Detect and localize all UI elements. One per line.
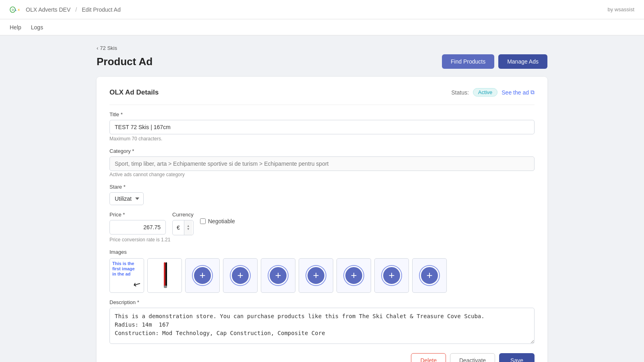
manage-ads-button[interactable]: Manage Ads xyxy=(498,54,547,69)
header-buttons: Find Products Manage Ads xyxy=(442,54,547,69)
add-icon-5: + xyxy=(268,266,288,285)
image-slot-6[interactable]: + xyxy=(299,258,333,293)
price-input-wrap xyxy=(109,220,166,234)
currency-select-wrap[interactable]: € ▲ ▼ xyxy=(172,220,194,235)
plus-icon-6: + xyxy=(313,270,319,280)
ski-svg xyxy=(159,261,171,290)
find-products-button[interactable]: Find Products xyxy=(442,54,494,69)
breadcrumb-sep: / xyxy=(75,6,77,13)
image-slot-1[interactable]: This is thefirst imagein the ad ↙ xyxy=(109,258,144,293)
plus-icon-4: + xyxy=(237,270,243,280)
top-nav: O L X OLX Adverts DEV / Edit Product Ad … xyxy=(0,0,644,19)
title-group: Title * Maximum 70 characters. xyxy=(109,111,535,142)
negotiable-checkbox[interactable] xyxy=(200,218,206,224)
add-icon-7: + xyxy=(344,266,363,285)
add-icon-3: + xyxy=(193,266,212,285)
back-label: 72 Skis xyxy=(100,45,117,51)
price-col: Price * xyxy=(109,212,166,234)
first-image-annotation: This is thefirst imagein the ad xyxy=(112,261,135,277)
see-ad-link[interactable]: See the ad ⧉ xyxy=(502,89,535,96)
currency-value: € xyxy=(173,224,184,231)
page-content: ‹ 72 Skis Product Ad Find Products Manag… xyxy=(80,35,564,362)
plus-icon-3: + xyxy=(199,270,205,280)
app-name: OLX Adverts DEV xyxy=(26,6,70,13)
description-label: Description * xyxy=(109,299,535,305)
status-label: Status: xyxy=(451,89,469,96)
nav-left: O L X OLX Adverts DEV / Edit Product Ad xyxy=(10,6,121,14)
negotiable-wrap: Negotiable xyxy=(200,215,235,224)
back-arrow-icon: ‹ xyxy=(97,45,98,51)
arrow-annotation-icon: ↙ xyxy=(131,278,143,290)
category-group: Category * Active ads cannot change cate… xyxy=(109,148,535,177)
stare-label: Stare * xyxy=(109,184,535,190)
save-button[interactable]: Save xyxy=(499,353,535,362)
price-hint: Price conversion rate is 1.21 xyxy=(109,237,535,243)
svg-text:L: L xyxy=(15,8,17,11)
images-row: This is thefirst imagein the ad ↙ xyxy=(109,258,535,293)
page-header: Product Ad Find Products Manage Ads xyxy=(97,54,547,69)
image-slot-5[interactable]: + xyxy=(261,258,295,293)
see-ad-text: See the ad xyxy=(502,89,529,96)
user-info: by wsassist xyxy=(608,6,634,12)
image-slot-8[interactable]: + xyxy=(374,258,409,293)
svg-rect-4 xyxy=(164,262,165,287)
description-group: Description * This is a demonstration st… xyxy=(109,299,535,345)
category-label: Category * xyxy=(109,148,535,154)
svg-rect-6 xyxy=(164,286,167,288)
negotiable-label[interactable]: Negotiable xyxy=(208,218,235,224)
stare-select[interactable]: Utilizat Nou xyxy=(109,192,144,205)
currency-arrows[interactable]: ▲ ▼ xyxy=(184,220,192,235)
svg-text:X: X xyxy=(18,8,20,11)
menu-bar: Help Logs xyxy=(0,19,644,35)
olx-logo-svg: O L X xyxy=(10,6,23,14)
description-textarea[interactable]: This is a demonstration store. You can p… xyxy=(109,308,535,344)
action-row: Delete Deactivate Save xyxy=(109,353,535,362)
images-section: Images This is thefirst imagein the ad ↙ xyxy=(109,249,535,293)
plus-icon-7: + xyxy=(351,270,357,280)
olx-logo: O L X xyxy=(10,6,23,14)
add-icon-6: + xyxy=(306,266,326,285)
stare-group: Stare * Utilizat Nou xyxy=(109,184,535,205)
svg-text:O: O xyxy=(12,8,14,11)
add-icon-4: + xyxy=(231,266,250,285)
currency-down-icon: ▼ xyxy=(187,228,190,231)
card-header: OLX Ad Details Status: Active See the ad… xyxy=(109,88,535,97)
external-link-icon: ⧉ xyxy=(530,89,535,96)
image-slot-7[interactable]: + xyxy=(336,258,371,293)
price-input[interactable] xyxy=(109,220,166,234)
deactivate-button[interactable]: Deactivate xyxy=(450,353,495,362)
plus-icon-8: + xyxy=(388,270,394,280)
category-warning: Active ads cannot change category xyxy=(109,172,535,177)
add-icon-9: + xyxy=(420,266,439,285)
image-slot-9[interactable]: + xyxy=(412,258,447,293)
category-input xyxy=(109,156,535,171)
svg-rect-5 xyxy=(165,262,167,287)
title-hint: Maximum 70 characters. xyxy=(109,136,535,142)
back-link[interactable]: ‹ 72 Skis xyxy=(97,45,547,51)
menu-help[interactable]: Help xyxy=(10,21,21,34)
price-row: Price * Currency € ▲ ▼ xyxy=(109,212,535,235)
status-area: Status: Active See the ad ⧉ xyxy=(451,88,535,97)
image-slot-3[interactable]: + xyxy=(185,258,220,293)
plus-icon-9: + xyxy=(426,270,432,280)
plus-icon-5: + xyxy=(275,270,281,280)
status-badge: Active xyxy=(473,88,497,97)
delete-button[interactable]: Delete xyxy=(411,353,446,362)
page-title: Product Ad xyxy=(97,56,153,68)
menu-logs[interactable]: Logs xyxy=(31,21,43,34)
image-slot-2[interactable] xyxy=(147,258,182,293)
title-input[interactable] xyxy=(109,120,535,134)
images-label: Images xyxy=(109,249,535,255)
current-page: Edit Product Ad xyxy=(82,6,121,13)
price-group: Price * Currency € ▲ ▼ xyxy=(109,212,535,243)
card-title: OLX Ad Details xyxy=(109,88,159,97)
ski-image xyxy=(148,259,182,292)
currency-label: Currency xyxy=(172,212,194,218)
ad-details-card: OLX Ad Details Status: Active See the ad… xyxy=(97,77,547,362)
currency-col: Currency € ▲ ▼ xyxy=(172,212,194,235)
divider xyxy=(109,105,535,105)
image-slot-4[interactable]: + xyxy=(223,258,258,293)
add-icon-8: + xyxy=(382,266,401,285)
description-scroll-area: This is a demonstration store. You can p… xyxy=(109,308,535,345)
price-label: Price * xyxy=(109,212,166,218)
